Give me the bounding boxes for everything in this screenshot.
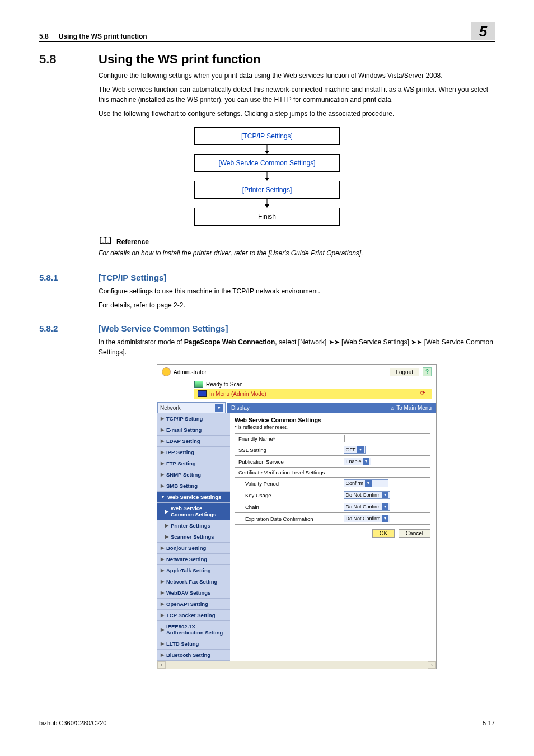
sidebar-item-appletalk[interactable]: ▶AppleTalk Setting xyxy=(157,565,230,576)
section-number: 5.8 xyxy=(39,52,82,67)
sidebar-item-netware[interactable]: ▶NetWare Setting xyxy=(157,554,230,565)
paragraph: In the administrator mode of PageScope W… xyxy=(99,338,495,357)
help-button[interactable]: ? xyxy=(423,367,432,376)
sidebar-item-email[interactable]: ▶E-mail Setting xyxy=(157,424,230,436)
administrator-label: Administrator xyxy=(174,369,207,375)
paragraph: For details, refer to page 2-2. xyxy=(99,301,495,310)
chevron-down-icon: ▾ xyxy=(382,492,388,498)
row-keyusage-label: Key Usage xyxy=(235,489,340,501)
paragraph: Use the following flowchart to configure… xyxy=(99,109,495,119)
to-main-menu-button[interactable]: ⌂To Main Menu xyxy=(386,403,436,413)
chevron-down-icon: ▾ xyxy=(365,480,372,487)
refresh-icon[interactable]: ⟳ xyxy=(420,390,428,398)
reference-icon xyxy=(99,236,113,248)
validity-select[interactable]: Confirm▾ xyxy=(344,479,388,487)
sidebar-item-ieee8021x[interactable]: ▶IEEE802.1X Authentication Setting xyxy=(157,621,230,638)
sidebar-item-tcpip[interactable]: ▶TCP/IP Setting xyxy=(157,413,230,424)
paragraph: Configure settings to use this machine i… xyxy=(99,287,495,296)
sidebar-item-openapi[interactable]: ▶OpenAPI Setting xyxy=(157,599,230,610)
friendly-name-input[interactable] xyxy=(344,435,345,442)
subsection-number: 5.8.1 xyxy=(39,273,82,282)
paragraph: The Web services function can automatica… xyxy=(99,85,495,105)
sidebar-item-web-service-common[interactable]: ▶Web Service Common Settings xyxy=(157,503,230,520)
chevron-down-icon: ▾ xyxy=(363,458,369,465)
horizontal-scrollbar[interactable]: ‹ › xyxy=(157,661,436,669)
logout-button[interactable]: Logout xyxy=(390,368,419,376)
in-menu-label: In Menu (Admin Mode) xyxy=(209,391,266,397)
administrator-icon xyxy=(162,367,171,376)
flowchart: [TCP/IP Settings] [Web Service Common Se… xyxy=(194,127,340,226)
scanner-status-icon xyxy=(194,381,203,388)
sidebar: ▶TCP/IP Setting ▶E-mail Setting ▶LDAP Se… xyxy=(157,413,230,661)
reference-text: For details on how to install the printe… xyxy=(99,249,495,257)
row-expiration-label: Expiration Date Confirmation xyxy=(235,513,340,525)
sidebar-item-ipp[interactable]: ▶IPP Setting xyxy=(157,447,230,458)
display-button[interactable]: Display xyxy=(227,403,386,413)
sidebar-item-printer-settings[interactable]: ▶Printer Settings xyxy=(157,520,230,531)
section-title: Using the WS print function xyxy=(99,52,261,67)
ok-button[interactable]: OK xyxy=(372,529,395,538)
sidebar-item-bluetooth[interactable]: ▶Bluetooth Setting xyxy=(157,650,230,661)
sidebar-item-smb[interactable]: ▶SMB Setting xyxy=(157,480,230,492)
sidebar-item-network-fax[interactable]: ▶Network Fax Setting xyxy=(157,576,230,587)
row-publication-label: Publication Service xyxy=(235,456,340,468)
flow-step-2[interactable]: [Web Service Common Settings] xyxy=(218,159,315,167)
home-icon: ⌂ xyxy=(391,405,394,411)
screenshot-panel: Administrator Logout ? Ready to Scan In … xyxy=(157,364,437,669)
subsection-title: [Web Service Common Settings] xyxy=(99,324,228,333)
subsection-title: [TCP/IP Settings] xyxy=(99,273,166,282)
sidebar-item-ftp[interactable]: ▶FTP Setting xyxy=(157,458,230,469)
row-validity-label: Validity Period xyxy=(235,478,340,489)
sidebar-item-bonjour[interactable]: ▶Bonjour Setting xyxy=(157,543,230,554)
row-ssl-label: SSL Setting xyxy=(235,444,340,456)
flow-step-4: Finish xyxy=(258,213,276,221)
sidebar-item-scanner-settings[interactable]: ▶Scanner Settings xyxy=(157,531,230,543)
ssl-select[interactable]: OFF▾ xyxy=(344,446,366,454)
flow-step-3[interactable]: [Printer Settings] xyxy=(242,186,292,194)
chevron-down-icon: ▾ xyxy=(382,515,388,522)
settings-table: Friendly Name* SSL SettingOFF▾ Publicati… xyxy=(235,433,430,525)
sidebar-item-webdav[interactable]: ▶WebDAV Settings xyxy=(157,587,230,599)
paragraph: Configure the following settings when yo… xyxy=(99,71,495,81)
row-chain-label: Chain xyxy=(235,501,340,513)
chevron-down-icon: ▾ xyxy=(357,446,364,453)
footer-page-number: 5-17 xyxy=(483,720,495,726)
row-friendly-name-label: Friendly Name* xyxy=(235,434,340,444)
footer-product: bizhub C360/C280/C220 xyxy=(39,720,106,726)
row-cert-header: Certificate Verification Level Settings xyxy=(235,468,430,478)
header-section-number: 5.8 xyxy=(39,32,49,40)
ready-to-scan-label: Ready to Scan xyxy=(206,381,243,388)
chevron-down-icon: ▾ xyxy=(382,503,388,510)
panel-note: * is reflected after reset. xyxy=(235,424,430,430)
reference-heading: Reference xyxy=(116,238,149,246)
sidebar-item-snmp[interactable]: ▶SNMP Setting xyxy=(157,469,230,480)
sidebar-item-tcp-socket[interactable]: ▶TCP Socket Setting xyxy=(157,610,230,621)
scroll-left-icon[interactable]: ‹ xyxy=(157,661,166,669)
sidebar-item-ldap[interactable]: ▶LDAP Setting xyxy=(157,436,230,447)
menu-status-icon xyxy=(198,390,207,397)
flow-step-1[interactable]: [TCP/IP Settings] xyxy=(241,132,293,140)
scroll-right-icon[interactable]: › xyxy=(428,661,436,669)
panel-title: Web Service Common Settings xyxy=(235,417,430,423)
chevron-down-icon: ▾ xyxy=(215,404,223,412)
sidebar-item-lltd[interactable]: ▶LLTD Setting xyxy=(157,638,230,650)
chain-select[interactable]: Do Not Confirm▾ xyxy=(344,503,390,511)
subsection-number: 5.8.2 xyxy=(39,324,82,333)
header-section-title: Using the WS print function xyxy=(59,32,147,40)
sidebar-item-web-service[interactable]: ▼Web Service Settings xyxy=(157,492,230,503)
category-dropdown[interactable]: Network▾ xyxy=(157,402,226,413)
expiration-select[interactable]: Do Not Confirm▾ xyxy=(344,515,390,522)
cancel-button[interactable]: Cancel xyxy=(399,529,430,538)
chapter-badge: 5 xyxy=(471,22,495,40)
keyusage-select[interactable]: Do Not Confirm▾ xyxy=(344,491,390,499)
publication-select[interactable]: Enable▾ xyxy=(344,458,371,465)
